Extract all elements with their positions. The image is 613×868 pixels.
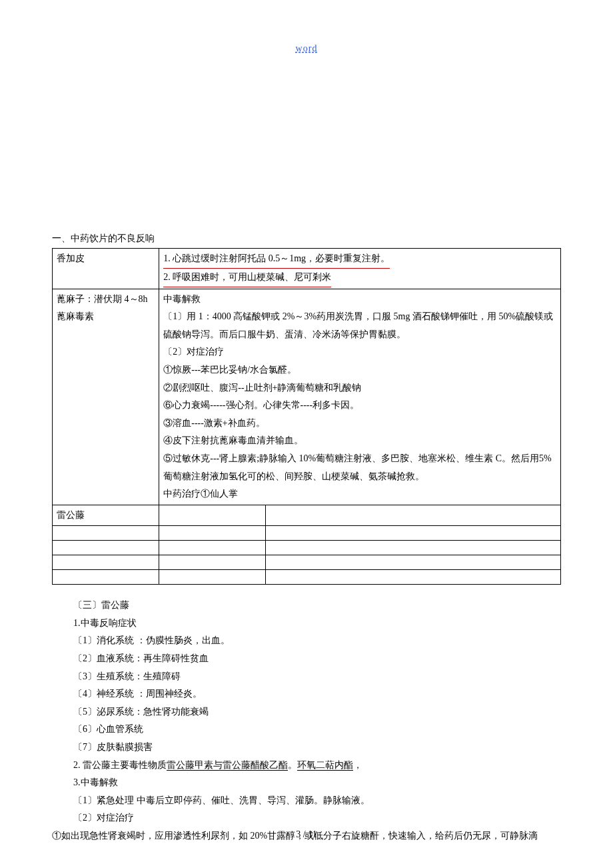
table-row (53, 570, 561, 585)
text: 蓖麻毒素 (57, 311, 94, 321)
section-title: 一、中药饮片的不良反响 (52, 230, 561, 247)
empty-cell (159, 570, 266, 585)
cell-bimazi-content: 中毒解救 〔1〕用 1：4000 高锰酸钾或 2%～3%药用炭洗胃，口服 5mg… (159, 289, 561, 505)
text: ①惊厥---苯巴比妥钠/水合氯醛。 (163, 365, 297, 375)
text: 。 (288, 760, 297, 770)
paragraph: 〔2〕对症治疗 (73, 809, 561, 827)
header-word: word (52, 40, 561, 57)
cell-xiangjiapi: 香加皮 (53, 249, 159, 289)
text: ②剧烈呕吐、腹泻--止吐剂+静滴葡萄糖和乳酸钠 (163, 383, 361, 393)
empty-cell (53, 570, 159, 585)
heading: 1.中毒反响症状 (73, 615, 561, 633)
empty-cell (266, 505, 561, 526)
text: 〔2〕对症治疗 (163, 347, 224, 357)
paragraph: 〔3〕生殖系统：生殖障碍 (73, 668, 561, 686)
paragraph: 〔7〕皮肤黏膜损害 (73, 739, 561, 757)
table-row: 雷公藤 (53, 505, 561, 526)
text: ， (353, 760, 362, 770)
text: ③溶血----激素+补血药。 (163, 418, 265, 428)
empty-cell (159, 555, 266, 570)
paragraph: 〔1〕消化系统 ：伪膜性肠炎，出血。 (73, 632, 561, 650)
table-row (53, 555, 561, 570)
table-row (53, 526, 561, 541)
paragraph: 〔2〕血液系统：再生障碍性贫血 (73, 650, 561, 668)
heading: 〔三〕雷公藤 (73, 597, 561, 615)
text: ⑥心力衰竭-----强心剂。心律失常----利多卡因。 (163, 400, 359, 410)
underline-text: 2. 呼吸困难时，可用山梗菜碱、尼可剎米 (163, 269, 331, 287)
table-row (53, 541, 561, 555)
body-text: 〔三〕雷公藤 1.中毒反响症状 〔1〕消化系统 ：伪膜性肠炎，出血。 〔2〕血液… (52, 597, 561, 845)
text: ④皮下注射抗蓖麻毒血清并输血。 (163, 435, 303, 445)
text: 〔1〕用 1：4000 高锰酸钾或 2%～3%药用炭洗胃，口服 5mg 酒石酸锑… (163, 311, 553, 339)
empty-cell (53, 526, 159, 541)
paragraph: 2. 雷公藤主要毒性物质雷公藤甲素与雷公藤醋酸乙酯。环氧二萜内酯， (73, 757, 561, 775)
empty-cell (159, 526, 266, 541)
paragraph: 〔6〕心血管系统 (73, 721, 561, 739)
empty-cell (159, 541, 266, 555)
main-table: 香加皮 1. 心跳过缓时注射阿托品 0.5～1mg，必要时重复注射。 2. 呼吸… (52, 248, 561, 585)
text: 中毒解救 (163, 294, 201, 304)
cell-leigongteng: 雷公藤 (53, 505, 159, 526)
table-row: 蓖麻子：潜伏期 4～8h 蓖麻毒素 中毒解救 〔1〕用 1：4000 高锰酸钾或… (53, 289, 561, 505)
underline-text: 环氧二萜内酯 (297, 760, 353, 771)
empty-cell (266, 555, 561, 570)
text: 中药治疗①仙人掌 (163, 489, 238, 499)
text: 蓖麻子：潜伏期 4～8h (57, 294, 148, 304)
header-word-text: word (296, 43, 318, 53)
paragraph: 〔5〕泌尿系统：急性肾功能衰竭 (73, 703, 561, 721)
text: ⑤过敏休克---肾上腺素;静脉输入 10%葡萄糖注射液、多巴胺、地塞米松、维生素… (163, 453, 552, 481)
empty-cell (266, 541, 561, 555)
cell-bimazi-left: 蓖麻子：潜伏期 4～8h 蓖麻毒素 (53, 289, 159, 505)
table-row: 香加皮 1. 心跳过缓时注射阿托品 0.5～1mg，必要时重复注射。 2. 呼吸… (53, 249, 561, 289)
page-number: 3 / 11 (0, 826, 613, 843)
empty-cell (53, 555, 159, 570)
empty-cell (53, 541, 159, 555)
empty-cell (266, 526, 561, 541)
cell-xiangjiapi-content: 1. 心跳过缓时注射阿托品 0.5～1mg，必要时重复注射。 2. 呼吸困难时，… (159, 249, 561, 289)
paragraph: 3.中毒解救 (73, 774, 561, 792)
text: 2. 雷公藤主要毒性物质 (73, 760, 167, 770)
paragraph: 〔1〕紧急处理 中毒后立即停药、催吐、洗胃、导泻、灌肠。静脉输液。 (73, 792, 561, 810)
empty-cell (266, 570, 561, 585)
underline-text: 1. 心跳过缓时注射阿托品 0.5～1mg，必要时重复注射。 (163, 250, 390, 269)
empty-cell (159, 505, 266, 526)
paragraph: 〔4〕神经系统 ：周围神经炎。 (73, 685, 561, 703)
underline-text: 雷公藤甲素与雷公藤醋酸乙酯 (167, 760, 288, 771)
